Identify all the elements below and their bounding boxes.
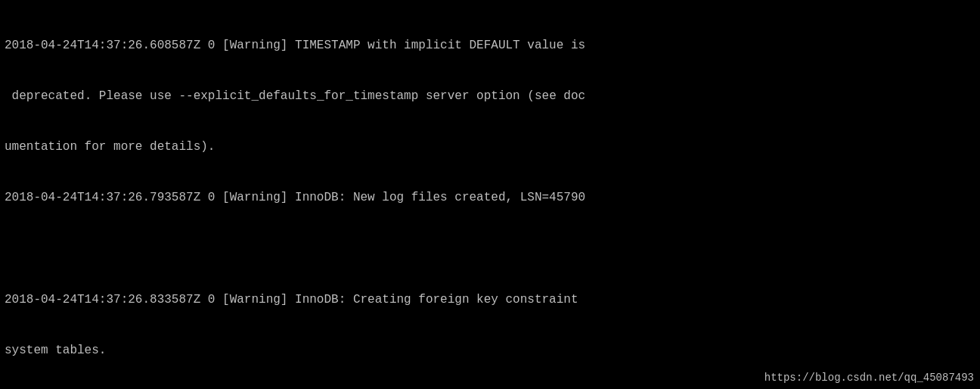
log-line-5: 2018-04-24T14:37:26.833587Z 0 [Warning] … xyxy=(5,291,975,308)
log-line-2: deprecated. Please use --explicit_defaul… xyxy=(5,88,975,104)
footer-url: https://blog.csdn.net/qq_45087493 xyxy=(758,368,980,389)
terminal-window: 2018-04-24T14:37:26.608587Z 0 [Warning] … xyxy=(0,0,980,389)
blank-line-1 xyxy=(5,240,975,257)
terminal-content: 2018-04-24T14:37:26.608587Z 0 [Warning] … xyxy=(5,3,975,389)
log-line-1: 2018-04-24T14:37:26.608587Z 0 [Warning] … xyxy=(5,37,975,54)
log-line-6: system tables. xyxy=(5,342,975,359)
log-line-4: 2018-04-24T14:37:26.793587Z 0 [Warning] … xyxy=(5,189,975,206)
log-line-3: umentation for more details). xyxy=(5,138,975,155)
